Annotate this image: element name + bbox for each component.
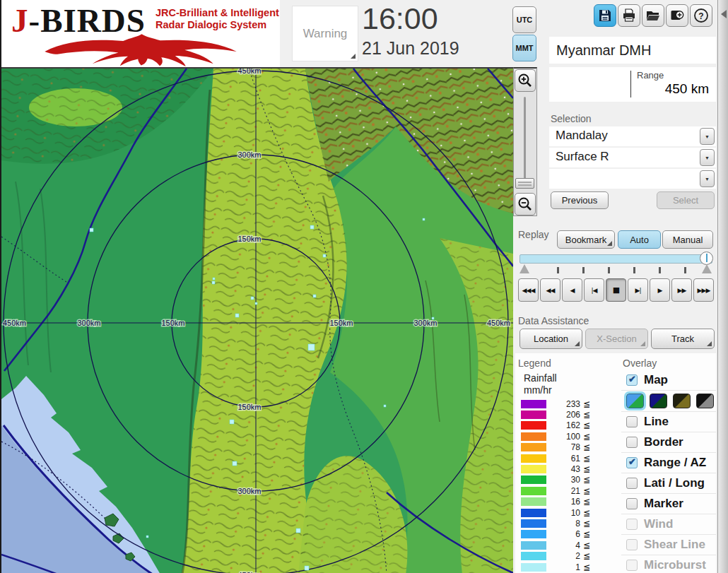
checkbox-border[interactable] [626,437,638,448]
legend-value: 10 [551,508,580,518]
legend-color-swatch [521,400,546,408]
legend-value: 2 [551,551,580,561]
play-button[interactable]: ▶ [650,278,670,302]
playback-controls: ◀◀◀◀◀◀|◀■▶|▶▶▶▶▶▶ [518,278,715,302]
station-dropdown[interactable]: Mandalay ▼ [549,126,716,146]
select-button[interactable]: Select [657,191,715,209]
fastest-forward-button[interactable]: ▶▶▶ [693,278,714,302]
legend-row: 1≦ [521,562,614,572]
auto-button[interactable]: Auto [618,230,661,249]
open-folder-button[interactable] [642,4,664,27]
legend-row: 16≦ [521,497,614,507]
zoom-slider-track[interactable] [524,97,526,180]
timeline-start-marker[interactable] [519,264,529,273]
less-equal-symbol: ≦ [583,475,590,485]
overlay-item-border: Border [621,432,716,453]
step-back-button[interactable]: |◀ [584,278,604,302]
utc-button[interactable]: UTC [512,6,536,33]
legend-color-swatch [521,552,546,560]
panel-collapse-strip[interactable] [717,0,728,573]
option-dropdown-arrow[interactable]: ▼ [700,170,715,187]
legend-value: 233 [551,399,580,409]
map-style-swatch-2[interactable] [650,394,667,408]
legend-section-label: Legend [518,358,551,369]
warning-label: Warning [303,27,348,41]
less-equal-symbol: ≦ [583,420,590,430]
timeline-end-marker[interactable] [702,264,712,273]
add-image-icon [670,8,684,23]
bookmark-button[interactable]: Bookmark [557,230,615,249]
timeline-tick [557,267,559,273]
checkbox-range-az[interactable] [626,457,638,468]
product-dropdown[interactable]: Surface R ▼ [549,148,716,167]
radar-map[interactable]: 150km150km150km150km300km300km300km300km… [1,67,513,573]
logo-subtitle-line2: Radar Dialogic System [155,19,279,31]
warning-panel[interactable]: Warning [292,6,358,61]
previous-label: Previous [562,195,598,206]
less-equal-symbol: ≦ [583,562,590,572]
rain-echo [251,297,254,300]
save-button[interactable] [594,4,616,27]
legend-row: 78≦ [521,442,614,453]
checkbox-map[interactable] [626,374,638,386]
print-button[interactable] [618,4,640,27]
bookmark-label: Bookmark [565,235,607,245]
legend-color-swatch [521,541,546,550]
fast-rewind-button[interactable]: ◀◀ [540,278,560,302]
map-style-swatch-4[interactable] [696,394,714,408]
print-icon [622,8,636,23]
replay-timeline-slider[interactable] [519,254,712,264]
rain-echo [90,228,93,232]
legend-color-swatch [521,530,546,538]
checkbox-marker[interactable] [626,498,638,509]
legend-row: 61≦ [521,453,614,463]
legend-color-swatch [521,465,546,473]
fast-forward-button[interactable]: ▶▶ [671,278,692,302]
zoom-out-button[interactable] [515,193,536,215]
checkbox-microburst [626,560,638,571]
zoom-slider-handle[interactable] [515,178,534,189]
play-backward-button[interactable]: ◀ [562,278,582,302]
station-dropdown-arrow[interactable]: ▼ [700,128,715,145]
add-image-button[interactable] [666,4,688,27]
rain-echo [423,218,425,220]
rain-echo [323,254,326,257]
option-dropdown[interactable]: ▼ [549,169,716,189]
replay-slider-handle[interactable] [700,252,713,265]
map-style-swatch-3[interactable] [673,394,691,408]
overlay-item-microburst: Microburst [621,555,716,573]
overlay-item-label: Shear Line [644,538,705,552]
step-forward-button[interactable]: ▶| [628,278,648,302]
product-dropdown-arrow[interactable]: ▼ [700,149,715,166]
less-equal-symbol: ≦ [583,540,590,550]
x-section-button[interactable]: X-Section [585,329,648,349]
manual-button[interactable]: Manual [662,230,713,249]
logo-subtitle-line1: JRC-Brilliant & Intelligent [155,7,279,19]
zoom-in-button[interactable] [515,69,536,92]
location-button[interactable]: Location [519,329,582,349]
ring-label-150: 150km [237,235,261,243]
help-button[interactable]: ? [690,4,712,27]
mmt-button[interactable]: MMT [512,35,536,61]
legend-row: 233≦ [521,398,614,409]
overlay-item-shear-line: Shear Line [621,535,716,555]
clock-time: 16:00 [362,1,438,36]
range-label: Range [637,70,664,81]
timeline-tick [608,267,610,273]
track-button[interactable]: Track [651,329,715,349]
checkbox-line[interactable] [626,416,638,427]
legend-color-swatch [521,509,546,517]
overlay-item-marker: Marker [621,494,716,514]
previous-button[interactable]: Previous [551,191,609,209]
legend-color-swatch [521,443,546,451]
less-equal-symbol: ≦ [583,486,590,496]
checkbox-wind [626,519,638,530]
legend-value: 100 [551,432,580,442]
legend-value: 78 [551,442,580,452]
stop-button[interactable]: ■ [606,278,626,302]
legend-row: 100≦ [521,431,614,442]
checkbox-lati-long[interactable] [626,478,638,489]
fastest-rewind-button[interactable]: ◀◀◀ [518,278,539,302]
map-style-swatch-1[interactable] [626,394,644,408]
legend-value: 61 [551,454,580,463]
